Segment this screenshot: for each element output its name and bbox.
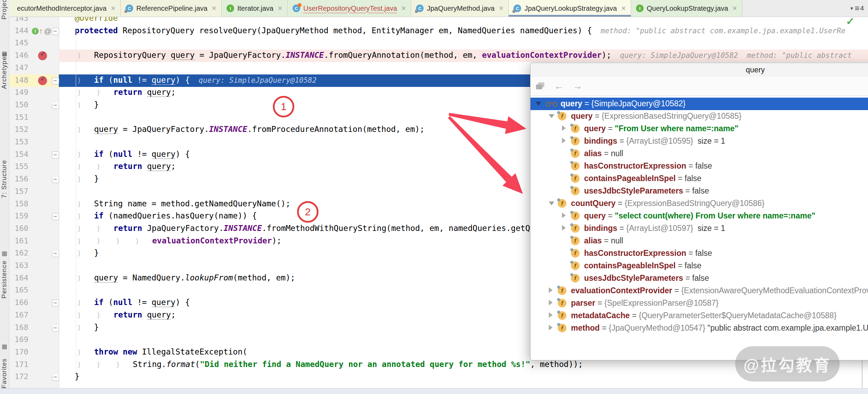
- variable-row-alias[interactable]: falias = null: [530, 147, 868, 160]
- close-icon[interactable]: ✕: [499, 5, 504, 12]
- tree-expanded-icon[interactable]: [549, 202, 554, 205]
- field-icon: f: [571, 274, 580, 283]
- close-icon[interactable]: ✕: [401, 5, 406, 12]
- fold-end-marker[interactable]: [52, 102, 59, 109]
- persistence-icon: [2, 344, 7, 349]
- variable-row-query[interactable]: fquery = "select count(where) From User …: [530, 210, 868, 222]
- back-arrow-icon[interactable]: ←: [554, 81, 564, 92]
- breakpoint-icon[interactable]: [38, 76, 47, 85]
- variable-text: metadataCache = {QueryParameterSetter$Qu…: [571, 311, 837, 320]
- variable-name: query: [584, 211, 606, 220]
- fold-start-marker[interactable]: [52, 151, 59, 159]
- variable-row-bindings[interactable]: fbindings = {ArrayList@10597} size = 1: [530, 222, 868, 235]
- code-line-146[interactable]: 146⟩RepositoryQuery query = JpaQueryFact…: [0, 50, 868, 62]
- sidebar-toolwindow-persistence[interactable]: Persistence: [0, 260, 8, 298]
- tab-ecutormethodinterceptor-java[interactable]: ecutorMethodInterceptor.java✕: [9, 0, 121, 17]
- tab-referencepipeline-java[interactable]: CReferencePipeline.java✕: [121, 0, 222, 17]
- code-token: "Did neither find a NamedQuery nor an an…: [200, 360, 530, 369]
- equals-sign: =: [602, 236, 611, 245]
- bottom-scroll-strip[interactable]: [0, 388, 868, 394]
- variable-row-hasConstructorExpression[interactable]: fhasConstructorExpression = false: [530, 247, 868, 260]
- equals-sign: =: [617, 224, 626, 233]
- tab-jpaquerymethod-java[interactable]: CJpaQueryMethod.java✕: [411, 0, 509, 17]
- code-token: = JpaQueryFactory.: [118, 125, 209, 134]
- variable-row-alias[interactable]: falias = null: [530, 235, 868, 247]
- fold-start-marker[interactable]: [52, 28, 59, 35]
- tab-jpaquerylookupstrategy-java[interactable]: CJpaQueryLookupStrategy.java✕: [509, 0, 631, 17]
- interface-icon: I: [32, 28, 39, 35]
- code-token: IllegalStateException(: [137, 347, 248, 356]
- tree-collapsed-icon[interactable]: [549, 287, 553, 293]
- tree-collapsed-icon[interactable]: [549, 325, 553, 330]
- line-number: 148: [9, 76, 28, 84]
- variable-row-evaluationContextProvider[interactable]: fevaluationContextProvider = {ExtensionA…: [530, 285, 868, 297]
- tree-collapsed-icon[interactable]: [562, 138, 566, 143]
- sidebar-toolwindow-archetypes[interactable]: Archetypes: [0, 53, 8, 89]
- tab-whitespace-marker: ⟩: [78, 237, 81, 245]
- lock-icon: [513, 10, 515, 13]
- fold-start-marker[interactable]: [52, 77, 59, 84]
- equals-sign: =: [630, 311, 639, 320]
- variable-row-query[interactable]: fquery = {ExpressionBasedStringQuery@105…: [530, 110, 868, 123]
- variable-row-countQuery[interactable]: fcountQuery = {ExpressionBasedStringQuer…: [530, 197, 868, 210]
- code-line-144[interactable]: 144I↑@protected RepositoryQuery resolveQ…: [0, 25, 868, 37]
- variable-row-metadataCache[interactable]: fmetadataCache = {QueryParameterSetter$Q…: [530, 310, 868, 322]
- tab-whitespace-marker: ⟩: [97, 88, 100, 97]
- tree-collapsed-icon[interactable]: [562, 225, 566, 231]
- forward-arrow-icon[interactable]: →: [573, 81, 582, 92]
- sidebar-toolwindow-favorites[interactable]: Favorites: [0, 358, 8, 388]
- editor-tab-bar: ecutorMethodInterceptor.java✕CReferenceP…: [9, 0, 868, 17]
- close-icon[interactable]: ✕: [621, 5, 626, 12]
- inspection-status-icon[interactable]: ✓: [846, 15, 855, 27]
- variable-row-query[interactable]: query = {SimpleJpaQuery@10582}: [530, 98, 868, 110]
- variable-row-bindings[interactable]: fbindings = {ArrayList@10595} size = 1: [530, 135, 868, 147]
- line-number: 166: [9, 298, 28, 307]
- tab-querylookupstrategy-java[interactable]: IQueryLookupStrategy.java✕: [631, 0, 742, 17]
- variable-row-usesJdbcStyleParameters[interactable]: fusesJdbcStyleParameters = false: [530, 272, 868, 285]
- code-token: query: [151, 150, 175, 159]
- variable-text: countQuery = {ExpressionBasedStringQuery…: [571, 199, 765, 208]
- editor-scrollbar-line[interactable]: [862, 360, 862, 388]
- tree-expanded-icon[interactable]: [549, 114, 554, 118]
- fold-end-marker[interactable]: [52, 374, 59, 381]
- close-icon[interactable]: ✕: [111, 5, 116, 12]
- fold-start-marker[interactable]: [52, 213, 59, 220]
- variable-row-usesJdbcStyleParameters[interactable]: fusesJdbcStyleParameters = false: [530, 185, 868, 197]
- gallery-icon[interactable]: [536, 82, 545, 90]
- sidebar-toolwindow-structure[interactable]: 7: Structure: [0, 160, 8, 198]
- hidden-tabs-dropdown[interactable]: ▼≡4: [846, 0, 868, 17]
- override-marker[interactable]: I↑@: [32, 27, 52, 35]
- sidebar-toolwindow-project[interactable]: Project: [0, 0, 8, 19]
- popup-title-text: query: [746, 65, 765, 74]
- code-token: .fromQueryAnnotation(method, em,: [324, 51, 482, 60]
- tree-collapsed-icon[interactable]: [549, 312, 553, 318]
- variable-row-method[interactable]: fmethod = {JpaQueryMethod@10547} "public…: [530, 322, 868, 334]
- fold-end-marker[interactable]: [52, 250, 59, 257]
- variable-row-query[interactable]: fquery = "From User where name=:name": [530, 123, 868, 135]
- line-number: 144: [9, 26, 28, 35]
- code-token: query: [94, 125, 118, 134]
- fold-start-marker[interactable]: [52, 299, 59, 307]
- fold-end-marker[interactable]: [52, 324, 59, 332]
- fold-end-marker[interactable]: [52, 176, 59, 183]
- tree-collapsed-icon[interactable]: [562, 125, 566, 131]
- tab-iterator-java[interactable]: IIterator.java✕: [222, 0, 288, 17]
- tab-userrepositoryquerytest-java[interactable]: CUserRepositoryQueryTest.java✕: [288, 0, 411, 17]
- variable-value: "select count(where) From User where nam…: [615, 211, 815, 220]
- variable-row-containsPageableInSpel[interactable]: fcontainsPageableInSpel = false: [530, 172, 868, 185]
- line-number: 158: [9, 199, 28, 208]
- tool-window-stripe: ProjectArchetypes7: StructurePersistence…: [0, 0, 9, 394]
- breakpoint-icon[interactable]: [38, 51, 47, 60]
- variable-row-parser[interactable]: fparser = {SpelExpressionParser@10587}: [530, 297, 868, 310]
- code-line-145[interactable]: 145: [0, 37, 868, 50]
- close-icon[interactable]: ✕: [212, 5, 216, 12]
- close-icon[interactable]: ✕: [732, 5, 737, 12]
- close-icon[interactable]: ✕: [278, 5, 283, 12]
- variable-row-containsPageableInSpel[interactable]: fcontainsPageableInSpel = false: [530, 260, 868, 272]
- variable-row-hasConstructorExpression[interactable]: fhasConstructorExpression = false: [530, 160, 868, 172]
- tree-collapsed-icon[interactable]: [549, 300, 553, 305]
- tree-expanded-icon[interactable]: [536, 102, 541, 106]
- tree-collapsed-icon[interactable]: [562, 213, 566, 218]
- class-icon: C: [514, 5, 521, 12]
- code-token: return: [113, 310, 142, 319]
